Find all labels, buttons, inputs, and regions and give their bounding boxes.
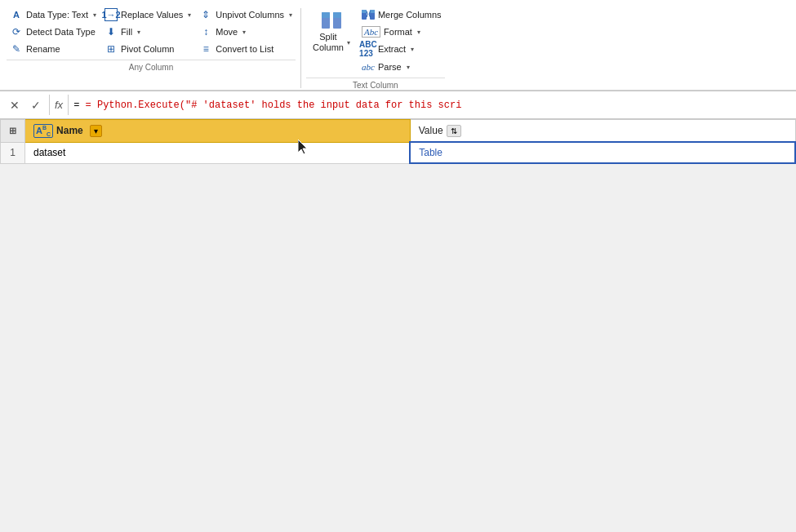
data-type-button[interactable]: A Data Type: Text ▾: [7, 7, 100, 23]
replace-icon: 1→2: [105, 8, 118, 21]
data-type-icon: A: [10, 8, 23, 21]
split-column-icon: [320, 9, 343, 32]
detect-data-type-button[interactable]: ⟳ Detect Data Type: [7, 24, 100, 40]
row-num-cell: 1: [1, 142, 25, 163]
pivot-icon: ⊞: [105, 42, 118, 55]
convert-label: Convert to List: [216, 44, 273, 54]
value-column-header[interactable]: Value ⇅: [410, 120, 795, 143]
extract-arrow: ▾: [411, 46, 414, 53]
table-header: ⊞ ABC Name ▾ Value ⇅: [1, 120, 796, 143]
value-cell[interactable]: Table: [410, 142, 795, 163]
parse-arrow: ▾: [407, 64, 410, 71]
text-column-footer-label: Text Column: [306, 78, 445, 90]
formula-content: = Python.Execute("# 'dataset' holds the …: [86, 100, 462, 111]
row-num-header: ⊞: [1, 120, 25, 143]
extract-icon: ABC123: [362, 42, 375, 55]
data-type-label: Data Type: Text: [26, 10, 88, 20]
formula-cancel-button[interactable]: ✕: [7, 97, 23, 113]
move-label: Move: [216, 27, 238, 37]
move-arrow: ▾: [242, 29, 246, 36]
table-area: ⊞ ABC Name ▾ Value ⇅: [0, 119, 796, 164]
any-column-items: A Data Type: Text ▾ ⟳ Detect Data Type ✎…: [7, 7, 296, 57]
formula-equals: =: [73, 100, 85, 111]
unpivot-icon: ⇕: [199, 8, 212, 21]
text-column-items: SplitColumn ▾ ⟩: [306, 7, 445, 75]
detect-label: Detect Data Type: [26, 27, 96, 37]
move-button[interactable]: ↕ Move ▾: [196, 24, 296, 40]
split-column-arrow: ▾: [347, 39, 350, 47]
svg-rect-2: [322, 12, 330, 18]
text-col-right: ⟩⟨ Merge Columns Abc Format ▾ ABC123: [358, 7, 445, 75]
table-row: 1 dataset Table: [1, 142, 796, 163]
fill-icon: ⬇: [105, 25, 118, 38]
section-divider-1: [300, 8, 301, 88]
table-body: 1 dataset Table: [1, 142, 796, 163]
formula-bar: ✕ ✓ fx = = Python.Execute("# 'dataset' h…: [0, 91, 796, 119]
formula-confirm-button[interactable]: ✓: [28, 97, 44, 113]
format-arrow: ▾: [417, 29, 420, 36]
svg-text:⟩⟨: ⟩⟨: [365, 11, 370, 18]
data-table: ⊞ ABC Name ▾ Value ⇅: [0, 119, 796, 164]
pivot-label: Pivot Column: [121, 44, 174, 54]
merge-columns-label: Merge Columns: [378, 10, 442, 20]
unpivot-arrow: ▾: [289, 11, 292, 19]
rename-label: Rename: [26, 44, 60, 54]
convert-icon: ≡: [199, 42, 212, 55]
value-col-label: Value: [419, 125, 443, 136]
format-icon: Abc: [362, 26, 380, 38]
convert-to-list-button[interactable]: ≡ Convert to List: [196, 41, 296, 57]
value-col-sort-button[interactable]: ⇅: [447, 125, 461, 137]
replace-values-button[interactable]: 1→2 Replace Values ▾: [101, 7, 194, 23]
rename-icon: ✎: [10, 42, 23, 55]
text-column-section: SplitColumn ▾ ⟩: [306, 7, 445, 90]
rename-button[interactable]: ✎ Rename: [7, 41, 100, 57]
replace-label: Replace Values: [121, 10, 183, 20]
ribbon-content: A Data Type: Text ▾ ⟳ Detect Data Type ✎…: [0, 3, 796, 91]
formula-fx-label: fx: [49, 95, 69, 115]
replace-arrow: ▾: [188, 11, 191, 19]
extract-button[interactable]: ABC123 Extract ▾: [358, 41, 445, 57]
name-column-header[interactable]: ABC Name ▾: [25, 120, 411, 143]
merge-columns-button[interactable]: ⟩⟨ Merge Columns: [358, 7, 445, 23]
name-col-type-badge: ABC: [33, 124, 53, 138]
fill-arrow: ▾: [137, 29, 140, 36]
value-link[interactable]: Table: [419, 147, 442, 158]
split-column-label: SplitColumn: [313, 32, 344, 53]
format-label: Format: [384, 27, 412, 37]
unpivot-label: Unpivot Columns: [216, 10, 284, 20]
extract-label: Extract: [378, 44, 406, 54]
any-column-left-col: A Data Type: Text ▾ ⟳ Detect Data Type ✎…: [7, 7, 100, 57]
parse-icon: abc: [362, 60, 375, 73]
any-column-footer-label: Any Column: [7, 60, 296, 72]
parse-label: Parse: [378, 62, 402, 72]
fill-label: Fill: [121, 27, 132, 37]
parse-button[interactable]: abc Parse ▾: [358, 59, 445, 75]
header-row: ⊞ ABC Name ▾ Value ⇅: [1, 120, 796, 143]
name-col-filter-button[interactable]: ▾: [90, 125, 102, 137]
split-column-button[interactable]: SplitColumn ▾: [306, 7, 357, 55]
any-column-mid-col: 1→2 Replace Values ▾ ⬇ Fill ▾ ⊞ Pivot Co…: [101, 7, 194, 57]
pivot-column-button[interactable]: ⊞ Pivot Column: [101, 41, 194, 57]
unpivot-button[interactable]: ⇕ Unpivot Columns ▾: [196, 7, 296, 23]
formula-text: = = Python.Execute("# 'dataset' holds th…: [73, 100, 789, 111]
format-button[interactable]: Abc Format ▾: [358, 24, 445, 39]
name-col-label: Name: [56, 125, 83, 136]
move-icon: ↕: [199, 25, 212, 38]
any-column-right-col: ⇕ Unpivot Columns ▾ ↕ Move ▾ ≡ Convert t…: [196, 7, 296, 57]
detect-icon: ⟳: [10, 25, 23, 38]
merge-icon: ⟩⟨: [362, 8, 375, 21]
svg-rect-3: [333, 12, 341, 18]
data-type-arrow: ▾: [93, 11, 96, 19]
svg-rect-7: [370, 10, 375, 13]
name-cell[interactable]: dataset: [25, 142, 411, 163]
any-column-section: A Data Type: Text ▾ ⟳ Detect Data Type ✎…: [7, 7, 296, 72]
fill-button[interactable]: ⬇ Fill ▾: [101, 24, 194, 40]
ribbon: A Data Type: Text ▾ ⟳ Detect Data Type ✎…: [0, 0, 796, 91]
